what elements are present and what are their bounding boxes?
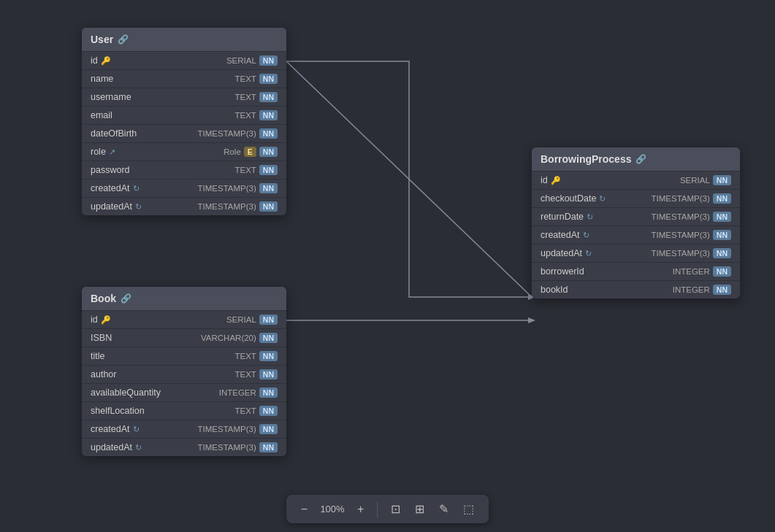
field-type-group: TEXT NN xyxy=(234,74,278,84)
refresh-icon: ↻ xyxy=(585,249,592,258)
field-name: returnDate ↻ xyxy=(541,212,593,222)
refresh-icon: ↻ xyxy=(135,202,142,212)
field-name: availableQuantity xyxy=(91,388,161,398)
refresh-icon: ↻ xyxy=(135,443,142,452)
nn-badge: NN xyxy=(713,175,731,185)
nn-badge: NN xyxy=(259,183,278,193)
table-row: updatedAt ↻ TIMESTAMP(3) NN xyxy=(82,197,286,215)
field-type: TIMESTAMP(3) xyxy=(652,212,710,221)
bottom-toolbar: − 100% + ⊡ ⊞ ✎ ⬚ xyxy=(286,495,489,523)
nn-badge: NN xyxy=(713,285,731,295)
field-type-group: SERIAL NN xyxy=(226,55,278,66)
frame-icon: ⬚ xyxy=(463,502,474,516)
field-name: title xyxy=(91,351,104,361)
field-type-group: TIMESTAMP(3) NN xyxy=(652,193,731,204)
field-type: Role xyxy=(224,147,241,156)
table-row: createdAt ↻ TIMESTAMP(3) NN xyxy=(82,179,286,197)
field-name: updatedAt ↻ xyxy=(91,201,142,212)
grid-toggle-button[interactable]: ⊞ xyxy=(411,499,429,519)
nn-badge: NN xyxy=(713,266,731,277)
book-table-link-icon: 🔗 xyxy=(121,293,131,304)
user-table-header: User 🔗 xyxy=(82,28,286,51)
fit-view-button[interactable]: ⊡ xyxy=(386,499,405,519)
nn-badge: NN xyxy=(259,369,278,379)
field-type-group: VARCHAR(20) NN xyxy=(201,333,278,343)
nn-badge: NN xyxy=(259,406,278,416)
field-type: INTEGER xyxy=(673,285,710,294)
table-row: title TEXT NN xyxy=(82,347,286,365)
table-row: id 🔑 SERIAL NN xyxy=(532,171,740,189)
field-type: TEXT xyxy=(234,166,256,174)
field-name: updatedAt ↻ xyxy=(541,248,592,258)
nn-badge: NN xyxy=(259,110,278,120)
zoom-level: 100% xyxy=(318,504,347,514)
field-name: createdAt ↻ xyxy=(91,183,140,193)
table-row: email TEXT NN xyxy=(82,106,286,124)
field-name: id 🔑 xyxy=(541,175,561,185)
table-row: availableQuantity INTEGER NN xyxy=(82,383,286,401)
field-type-group: INTEGER NN xyxy=(673,266,731,277)
field-type-group: TIMESTAMP(3) NN xyxy=(198,442,278,452)
svg-marker-2 xyxy=(528,317,535,323)
nn-badge: NN xyxy=(259,424,278,434)
table-row: name TEXT NN xyxy=(82,69,286,88)
field-type: TIMESTAMP(3) xyxy=(652,231,710,239)
field-type: INTEGER xyxy=(673,267,710,276)
fit-icon: ⊡ xyxy=(391,502,400,516)
field-type: TEXT xyxy=(234,352,256,361)
canvas: User 🔗 id 🔑 SERIAL NN name TEXT NN usern… xyxy=(0,0,775,532)
edit-button[interactable]: ✎ xyxy=(435,499,453,519)
nn-badge: NN xyxy=(259,201,278,212)
field-name: dateOfBirth xyxy=(91,128,137,139)
field-name: username xyxy=(91,92,131,102)
field-type-group: TEXT NN xyxy=(234,110,278,120)
field-type: TIMESTAMP(3) xyxy=(198,425,256,433)
nn-badge: NN xyxy=(259,315,278,325)
frame-button[interactable]: ⬚ xyxy=(459,499,478,519)
field-name: id 🔑 xyxy=(91,315,111,325)
table-row: role ↗ Role E NN xyxy=(82,142,286,161)
field-type-group: INTEGER NN xyxy=(673,285,731,295)
nn-badge: NN xyxy=(259,55,278,66)
field-type: SERIAL xyxy=(226,56,256,65)
table-row: createdAt ↻ TIMESTAMP(3) NN xyxy=(532,225,740,244)
key-icon: 🔑 xyxy=(101,315,111,325)
field-type: TEXT xyxy=(234,406,256,415)
field-name: borrowerId xyxy=(541,266,584,277)
key-icon: 🔑 xyxy=(101,56,111,66)
table-row: updatedAt ↻ TIMESTAMP(3) NN xyxy=(82,438,286,456)
field-name: role ↗ xyxy=(91,147,115,157)
zoom-in-button[interactable]: + xyxy=(353,500,368,519)
table-row: borrowerId INTEGER NN xyxy=(532,262,740,280)
nn-badge: NN xyxy=(713,212,731,222)
field-name: bookId xyxy=(541,285,568,295)
nn-badge: NN xyxy=(713,230,731,240)
table-row: id 🔑 SERIAL NN xyxy=(82,310,286,328)
nn-badge: NN xyxy=(259,165,278,175)
nn-badge: NN xyxy=(713,248,731,258)
user-table-link-icon: 🔗 xyxy=(118,34,129,45)
table-row: returnDate ↻ TIMESTAMP(3) NN xyxy=(532,207,740,225)
borrowingprocess-table: BorrowingProcess 🔗 id 🔑 SERIAL NN checko… xyxy=(532,147,740,298)
field-name: shelfLocation xyxy=(91,406,145,416)
field-type-group: TEXT NN xyxy=(234,165,278,175)
field-name: updatedAt ↻ xyxy=(91,442,142,452)
field-type: TEXT xyxy=(234,370,256,379)
field-name: ISBN xyxy=(91,333,112,343)
field-type-group: TIMESTAMP(3) NN xyxy=(198,183,278,193)
field-type: INTEGER xyxy=(219,388,256,397)
nn-badge: NN xyxy=(259,92,278,102)
field-type: TEXT xyxy=(234,111,256,120)
field-name: author xyxy=(91,369,116,379)
field-type: TEXT xyxy=(234,93,256,101)
ref-icon: ↗ xyxy=(109,147,115,157)
field-type-group: TIMESTAMP(3) NN xyxy=(652,230,731,240)
user-table: User 🔗 id 🔑 SERIAL NN name TEXT NN usern… xyxy=(82,28,286,215)
zoom-out-button[interactable]: − xyxy=(297,500,312,519)
field-type: TIMESTAMP(3) xyxy=(652,194,710,203)
nn-badge: NN xyxy=(259,74,278,84)
table-row: createdAt ↻ TIMESTAMP(3) NN xyxy=(82,420,286,438)
field-type-group: TIMESTAMP(3) NN xyxy=(652,212,731,222)
field-name: email xyxy=(91,110,112,120)
toolbar-divider xyxy=(377,501,378,517)
